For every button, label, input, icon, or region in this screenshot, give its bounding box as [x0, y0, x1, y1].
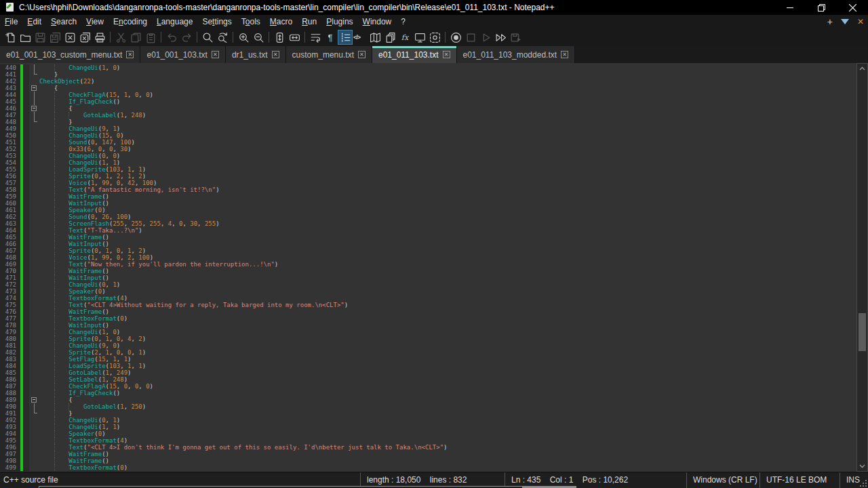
replace-icon[interactable] — [215, 30, 230, 45]
code-line[interactable]: 464 Text("T-Taka...?\n") — [0, 227, 868, 234]
menu-item-plugins[interactable]: Plugins — [321, 15, 357, 28]
code-line[interactable]: 463 ScreenFlash(255, 255, 255, 4, 0, 30,… — [0, 220, 868, 227]
macro-run-multiple-icon[interactable] — [493, 30, 508, 45]
code-line[interactable]: 442CheckObject(22) — [0, 78, 868, 85]
code-line[interactable]: 480 Sprite(0, 1, 0, 4, 2) — [0, 336, 868, 342]
status-encoding[interactable]: UTF-16 LE BOM — [760, 472, 840, 488]
code-line[interactable]: 468 Voice(1, 99, 0, 2, 100) — [0, 254, 868, 261]
tab-e01-011-103-modded[interactable]: e01_011_103_modded.txt✕ — [457, 46, 576, 63]
code-line[interactable]: 488 If_FlagCheck() — [0, 390, 868, 396]
code-line[interactable]: 453 ChangeUi(0, 0) — [0, 152, 868, 159]
zoom-in-icon[interactable] — [236, 30, 251, 45]
monitor-icon[interactable] — [412, 30, 427, 45]
close-all-icon[interactable] — [77, 30, 92, 45]
document-list-icon[interactable] — [382, 30, 397, 45]
code-line[interactable]: 456 Sprite(0, 1, 2, 1, 2) — [0, 173, 868, 180]
code-line[interactable]: 455 LoadSprite(103, 1, 1) — [0, 166, 868, 173]
show-indent-guide-icon[interactable] — [338, 30, 353, 45]
scroll-up-arrow-icon[interactable] — [857, 64, 867, 73]
find-icon[interactable] — [200, 30, 215, 45]
code-line[interactable]: 445 If_FlagCheck() — [0, 98, 868, 105]
menu-item-edit[interactable]: Edit — [22, 15, 46, 28]
function-completion-icon[interactable]: </> — [353, 30, 368, 45]
code-line[interactable]: 495 TextboxFormat(4) — [0, 437, 868, 444]
tab-e01-001-103-custom-menu[interactable]: e01_001_103_custom_menu.txt✕ — [0, 46, 140, 63]
menu-item-macro[interactable]: Macro — [265, 15, 297, 28]
menu-item-settings[interactable]: Settings — [197, 15, 236, 28]
minimize-button[interactable] — [774, 0, 806, 15]
menu-item-view[interactable]: View — [81, 15, 108, 28]
code-line[interactable]: 454 ChangeUi(1, 1) — [0, 159, 868, 166]
code-line[interactable]: 481 ChangeUi(9, 0) — [0, 342, 868, 349]
code-line[interactable]: 490 GotoLabel(1, 250) — [0, 403, 868, 410]
code-line[interactable]: 491 } — [0, 410, 868, 417]
code-line[interactable]: 449 ChangeUi(9, 1) — [0, 125, 868, 132]
tab-close-icon[interactable]: ✕ — [561, 51, 568, 58]
code-line[interactable]: 460 WaitInput() — [0, 200, 868, 207]
word-wrap-icon[interactable] — [308, 30, 323, 45]
code-line[interactable]: 457 Voice(1, 99, 0, 42, 100) — [0, 180, 868, 186]
menu-item-run[interactable]: Run — [297, 15, 321, 28]
code-line[interactable]: 466 WaitInput() — [0, 241, 868, 247]
document-map-icon[interactable] — [368, 30, 382, 45]
code-line[interactable]: 446 { — [0, 105, 868, 112]
tab-list-dropdown-icon[interactable] — [841, 19, 849, 24]
sync-vertical-scroll-icon[interactable] — [272, 30, 287, 45]
code-line[interactable]: 443 { — [0, 85, 868, 92]
fold-margin[interactable] — [29, 396, 39, 403]
code-line[interactable]: 483 SetFlag(15, 1, 1) — [0, 356, 868, 363]
close-tab-icon[interactable]: ✕ — [857, 17, 864, 26]
code-line[interactable]: 450 ChangeUi(15, 0) — [0, 132, 868, 139]
open-file-icon[interactable] — [18, 30, 33, 45]
menu-item-language[interactable]: Language — [152, 15, 197, 28]
restore-button[interactable] — [806, 0, 837, 15]
vertical-scrollbar[interactable] — [856, 63, 868, 472]
fold-margin[interactable] — [29, 85, 39, 92]
code-line[interactable]: 441 } — [0, 71, 868, 78]
tab-close-icon[interactable]: ✕ — [126, 51, 134, 58]
close-file-icon[interactable] — [62, 30, 77, 45]
menu-item-encoding[interactable]: Encoding — [108, 15, 152, 28]
show-all-characters-icon[interactable]: ¶ — [323, 30, 338, 45]
code-line[interactable]: 499 TextboxFormat(0) — [0, 464, 868, 471]
tab-e01-011-103[interactable]: e01_011_103.txt✕ — [372, 46, 457, 63]
macro-record-icon[interactable] — [448, 30, 463, 45]
sync-horizontal-scroll-icon[interactable] — [287, 30, 302, 45]
print-icon[interactable] — [92, 30, 107, 45]
code-line[interactable]: 486 SetLabel(1, 248) — [0, 376, 868, 383]
menu-item-file[interactable]: File — [0, 15, 22, 28]
code-line[interactable]: 496 Text("<CLT 4>I don't think I'm gonna… — [0, 444, 868, 451]
code-line[interactable]: 448 } — [0, 119, 868, 125]
new-tab-plus-icon[interactable]: + — [827, 17, 833, 26]
new-file-icon[interactable] — [3, 30, 18, 45]
code-line[interactable]: 473 Speaker(0) — [0, 288, 868, 295]
code-line[interactable]: 484 LoadSprite(103, 1, 1) — [0, 363, 868, 369]
code-line[interactable]: 458 Text("A fantastic morning, isn't it!… — [0, 186, 868, 193]
code-line[interactable]: 447 GotoLabel(1, 248) — [0, 112, 868, 119]
code-line[interactable]: 475 Text("<CLT 4>Without waiting for a r… — [0, 302, 868, 308]
code-line[interactable]: 485 GotoLabel(1, 249) — [0, 369, 868, 376]
code-line[interactable]: 459 WaitFrame() — [0, 193, 868, 200]
code-line[interactable]: 440 ChangeUi(1, 0) — [0, 64, 868, 71]
tab-close-icon[interactable]: ✕ — [443, 51, 450, 58]
code-line[interactable]: 444 CheckFlagA(15, 1, 0, 0) — [0, 92, 868, 98]
menu-item-tools[interactable]: Tools — [237, 15, 265, 28]
code-line[interactable]: 451 Sound(0, 147, 100) — [0, 139, 868, 146]
close-button[interactable] — [837, 0, 868, 15]
code-line[interactable]: 471 WaitInput() — [0, 274, 868, 281]
menu-item-help[interactable]: ? — [396, 15, 410, 28]
code-line[interactable]: 474 TextboxFormat(4) — [0, 295, 868, 302]
code-line[interactable]: 461 Speaker(0) — [0, 207, 868, 214]
tab-close-icon[interactable]: ✕ — [272, 51, 279, 58]
tab-e01-001-103[interactable]: e01_001_103.txt✕ — [140, 46, 225, 63]
zoom-out-icon[interactable] — [251, 30, 266, 45]
code-line[interactable]: 498 WaitFrame() — [0, 458, 868, 464]
code-line[interactable]: 462 Sound(0, 26, 100) — [0, 214, 868, 220]
code-line[interactable]: 465 WaitFrame() — [0, 234, 868, 241]
scrollbar-thumb[interactable] — [859, 313, 866, 351]
tab-close-icon[interactable]: ✕ — [358, 51, 366, 58]
code-line[interactable]: 472 ChangeUi(0, 1) — [0, 281, 868, 288]
code-line[interactable]: 487 CheckFlagA(15, 0, 0, 0) — [0, 383, 868, 390]
code-line[interactable]: 494 Speaker(0) — [0, 430, 868, 437]
code-line[interactable]: 492 ChangeUi(0, 1) — [0, 417, 868, 424]
